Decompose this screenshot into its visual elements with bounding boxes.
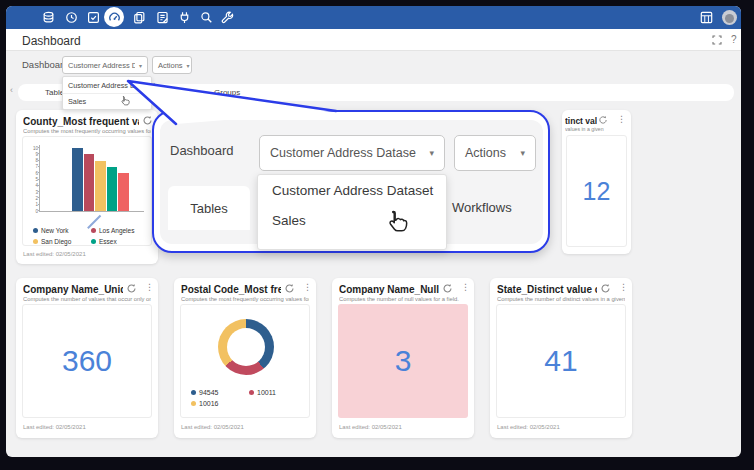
metric-panel: 12 [566,135,627,247]
y-tick-label: 1 [29,202,38,207]
search-icon[interactable] [200,11,213,24]
metric-panel: 41 [496,304,626,418]
history-icon[interactable] [65,11,78,24]
screenshot-frame: Dashboard ? Dashboard Customer Address D… [0,0,754,470]
y-tick-mark [38,191,40,192]
dashboard-icon[interactable] [108,11,121,24]
callout-actions-label: Actions [465,146,506,160]
kebab-menu-icon[interactable]: ⋮ [619,282,628,292]
postal-legend: 945451001110016 [191,387,309,409]
caret-down-icon: ▾ [429,148,434,158]
legend-dot-icon [91,239,96,244]
callout-dataset-dropdown[interactable]: Customer Address Datase ▾ [259,135,445,171]
card-subtitle: Computes the most frequently occurring v… [181,296,309,302]
card-distinct-value-partial: tinct value ... ⋮ values in a given ... … [562,110,631,254]
dataset-dropdown-value: Customer Address Datase [68,61,135,70]
card-county-most-frequent-values: County_Most frequent values Computes the… [16,110,158,264]
dataset-dropdown[interactable]: Customer Address Datase ▾ [62,56,148,74]
tab-groups[interactable]: Groups [214,88,240,97]
card-subtitle: Computes the number of null values for a… [339,296,467,302]
y-tick-label: 0 [29,209,38,214]
apps-grid-icon[interactable] [700,11,713,24]
legend-item: Los Angeles [91,225,149,236]
help-icon[interactable]: ? [731,34,737,45]
callout-menu-item-customer-address-dataset[interactable]: Customer Address Dataset [258,177,446,205]
user-avatar[interactable] [722,10,737,25]
callout-dropdown-menu: Customer Address Dataset Sales [257,174,447,250]
bar-New York [72,148,83,211]
y-tick-mark [38,153,40,154]
callout-actions-button[interactable]: Actions ▾ [454,135,536,171]
legend-dot-icon [33,239,38,244]
kebab-menu-icon[interactable]: ⋮ [617,114,626,124]
refresh-icon[interactable] [126,283,137,294]
menu-item-customer-address-dataset[interactable]: Customer Address Dataset [63,78,151,93]
metric-value: 360 [62,344,112,378]
bar-San Diego [95,161,106,211]
legend-dot-icon [33,228,38,233]
refresh-icon[interactable] [142,115,153,126]
y-tick-mark [38,204,40,205]
county-legend: New YorkLos AngelesSan DiegoEssex [33,225,151,247]
fullscreen-icon[interactable] [712,35,722,45]
copy-icon[interactable] [133,11,146,24]
card-subtitle: Computes the number of values that occur… [23,296,151,302]
legend-dot-icon [191,401,196,406]
actions-button[interactable]: Actions ▾ [152,56,192,74]
legend-item: 10016 [191,398,249,409]
kebab-menu-icon[interactable]: ⋮ [303,282,312,292]
callout-tab-workflows[interactable]: Workflows [452,200,512,215]
callout-dataset-value: Customer Address Datase [270,146,416,160]
card-company-name-unique-count: Company Name_Unique co... ⋮ Computes the… [16,278,158,438]
refresh-icon[interactable] [598,115,608,125]
metric-value: 12 [583,177,611,206]
legend-label: San Diego [41,238,71,245]
refresh-icon[interactable] [284,283,295,294]
y-tick-mark [38,172,40,173]
wrench-icon[interactable] [221,11,234,24]
bar-Los Angeles [84,154,95,211]
metric-panel: 360 [22,304,152,418]
plug-icon[interactable] [178,11,191,24]
card-title: Company Name_Null count [339,284,439,295]
y-tick-mark [38,197,40,198]
kebab-menu-icon[interactable]: ⋮ [461,282,470,292]
page-title: Dashboard [22,34,81,48]
y-tick-label: 10 [29,146,38,151]
menu-item-sales[interactable]: Sales [63,93,151,108]
app-window: Dashboard ? Dashboard Customer Address D… [6,6,741,457]
database-icon[interactable] [42,11,55,24]
kebab-menu-icon[interactable]: ⋮ [145,282,154,292]
zoom-callout-bubble: Dashboard Customer Address Datase ▾ Acti… [152,110,550,253]
callout-tab-tables[interactable]: Tables [168,186,250,230]
y-tick-mark [38,179,40,180]
refresh-icon[interactable] [600,283,611,294]
bar-series-4 [118,173,129,211]
notebook-icon[interactable] [156,11,169,24]
caret-down-icon: ▾ [520,148,525,158]
legend-label: 94545 [199,389,218,396]
refresh-icon[interactable] [442,283,453,294]
donut-hole [227,328,265,366]
card-subtitle: Computes the number of distinct values i… [497,296,625,302]
y-tick-label: 8 [29,158,38,163]
legend-label: 10016 [199,400,218,407]
card-footer: Last edited: 02/05/2021 [339,424,402,430]
actions-button-label: Actions [158,61,183,70]
card-title: County_Most frequent values [23,116,139,127]
tasks-icon[interactable] [87,11,100,24]
y-tick-label: 3 [29,190,38,195]
card-postal-code-most-frequent: Postal Code_Most frequent... ⋮ Computes … [174,278,316,438]
caret-down-icon: ▾ [139,62,142,69]
card-footer: Last edited: 02/05/2021 [181,424,244,430]
y-tick-mark [38,210,40,211]
callout-menu-item-sales[interactable]: Sales [258,207,446,235]
card-footer: Last edited: 02/05/2021 [23,424,86,430]
legend-item: San Diego [33,236,91,247]
card-title: State_Distinct value count [497,284,597,295]
y-tick-label: 4 [29,183,38,188]
card-state-distinct-value-count: State_Distinct value count ⋮ Computes th… [490,278,632,438]
avatar-initials-blob [725,14,734,23]
tab-workflows[interactable]: Workflows [151,88,188,97]
chevron-left-icon[interactable]: ‹ [10,85,13,95]
